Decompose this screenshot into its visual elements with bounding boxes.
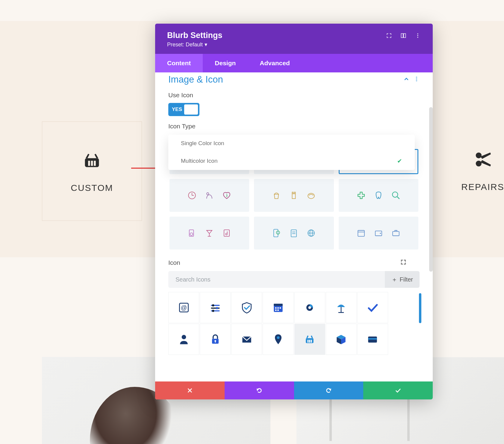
svg-point-5	[476, 161, 482, 166]
filter-label: Filter	[400, 276, 413, 283]
check-icon: ✔	[397, 157, 402, 165]
confirm-button[interactable]	[363, 381, 433, 399]
option-single-color-label: Single Color Icon	[181, 140, 224, 147]
heart-leaf-icon	[220, 189, 233, 202]
option-single-color[interactable]: Single Color Icon	[168, 135, 415, 152]
pet-dog-icon	[203, 189, 216, 202]
modal-title: Blurb Settings	[167, 31, 223, 40]
right-card-label: REPAIRS	[461, 182, 504, 192]
icon-shield-check[interactable]	[231, 292, 262, 323]
modal-header: Blurb Settings Preset: Default ▾	[155, 24, 433, 54]
clipboard-icon	[287, 227, 300, 239]
svg-point-4	[476, 153, 482, 158]
icon-pack-card[interactable]	[254, 217, 334, 250]
svg-point-13	[416, 77, 417, 78]
svg-line-39	[397, 197, 399, 199]
svg-rect-2	[91, 161, 93, 166]
shell-icon	[305, 189, 317, 202]
icon-type-label: Icon Type	[168, 123, 420, 130]
right-showcase-card[interactable]: REPAIRS	[433, 121, 504, 221]
icon-person[interactable]	[168, 324, 199, 355]
redo-button[interactable]	[294, 381, 364, 399]
svg-rect-71	[275, 309, 277, 311]
svg-point-15	[416, 80, 417, 81]
cancel-button[interactable]	[155, 381, 225, 399]
icon-credit-card[interactable]	[357, 324, 388, 355]
svg-rect-87	[368, 338, 377, 340]
icon-mail[interactable]	[231, 324, 262, 355]
icon-lock[interactable]	[200, 324, 231, 355]
collapse-section-icon[interactable]	[403, 76, 409, 83]
expand-icon[interactable]	[400, 259, 420, 266]
svg-rect-83	[308, 340, 309, 343]
icon-pack-card[interactable]	[169, 217, 249, 250]
svg-point-11	[417, 35, 418, 36]
tab-design[interactable]: Design	[203, 54, 248, 72]
music-book-icon	[220, 227, 233, 239]
magnifier-icon	[390, 189, 402, 202]
icon-search-input[interactable]	[168, 276, 385, 283]
svg-point-81	[277, 336, 279, 339]
calendar-dots-icon	[355, 227, 367, 239]
svg-rect-57	[393, 232, 399, 236]
body-scrollbar[interactable]	[429, 107, 433, 272]
svg-point-38	[392, 192, 398, 197]
icon-label: Icon	[168, 259, 180, 266]
icons-scrollbar[interactable]	[419, 293, 421, 323]
icon-type-dropdown: Single Color Icon Multicolor Icon ✔	[168, 135, 415, 170]
svg-point-12	[417, 37, 418, 38]
icon-at-symbol[interactable]: @	[168, 292, 199, 323]
icon-search-row: ＋ Filter	[168, 271, 420, 288]
icon-empty	[389, 292, 420, 323]
svg-point-41	[190, 233, 193, 235]
svg-rect-68	[275, 307, 277, 309]
svg-point-35	[207, 193, 209, 195]
undo-button[interactable]	[225, 381, 294, 399]
icon-pack-card[interactable]	[169, 179, 249, 212]
section-title-image-icon[interactable]: Image & Icon	[168, 74, 223, 85]
tab-advanced[interactable]: Advanced	[248, 54, 302, 72]
modal-body: Image & Icon Use Icon YES Icon Type Sing…	[155, 72, 433, 381]
svg-point-73	[308, 306, 311, 309]
left-card-label: CUSTOM	[71, 183, 113, 193]
filter-button[interactable]: ＋ Filter	[385, 271, 420, 288]
svg-rect-86	[368, 337, 377, 343]
icon-box-3d[interactable]	[326, 324, 357, 355]
icon-checkmark[interactable]	[357, 292, 388, 323]
toggle-yes-label: YES	[168, 107, 182, 112]
icon-pack-card[interactable]	[254, 179, 334, 212]
icon-beach-umbrella[interactable]	[326, 292, 357, 323]
cocktail-icon	[203, 227, 216, 239]
icon-basket[interactable]	[294, 324, 325, 355]
plus-medical-icon	[355, 189, 367, 202]
icon-calendar[interactable]	[263, 292, 293, 323]
option-multicolor[interactable]: Multicolor Icon ✔	[168, 152, 415, 170]
svg-point-65	[212, 310, 214, 312]
tab-content[interactable]: Content	[155, 54, 203, 72]
icon-gear-partial[interactable]	[294, 292, 325, 323]
modal-tabs: Content Design Advanced	[155, 54, 433, 72]
scissors-icon	[473, 150, 492, 170]
use-icon-label: Use Icon	[168, 92, 420, 99]
left-showcase-card[interactable]: CUSTOM	[42, 121, 142, 221]
sand-castle-icon	[287, 189, 300, 202]
split-view-icon[interactable]	[400, 33, 406, 40]
icon-empty	[389, 324, 420, 355]
section-menu-icon[interactable]	[414, 76, 420, 83]
svg-point-76	[181, 335, 186, 339]
svg-rect-53	[358, 230, 364, 236]
icon-pack-card[interactable]	[339, 179, 418, 212]
svg-rect-8	[401, 34, 403, 37]
focus-mode-icon[interactable]	[386, 33, 392, 40]
use-icon-toggle[interactable]: YES	[168, 103, 199, 116]
kebab-menu-icon[interactable]	[415, 33, 421, 40]
preset-selector[interactable]: Preset: Default ▾	[167, 41, 223, 48]
icon-pack-card[interactable]	[339, 217, 418, 250]
preset-label: Preset: Default	[167, 42, 203, 48]
svg-rect-85	[311, 340, 312, 343]
svg-rect-69	[277, 307, 279, 309]
phone-gear-icon	[270, 227, 283, 239]
icon-map-pin[interactable]	[263, 324, 293, 355]
svg-rect-70	[280, 307, 281, 309]
icon-sliders[interactable]	[200, 292, 231, 323]
